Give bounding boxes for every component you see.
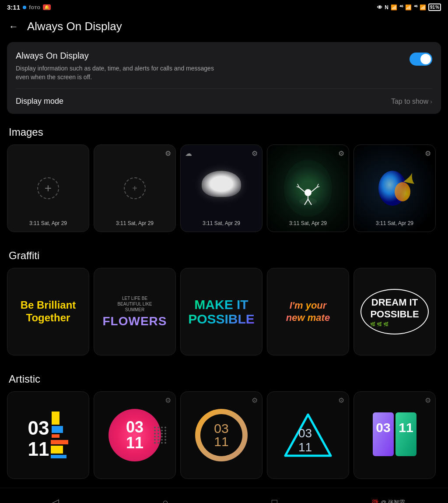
settings-card: Always On Display Display information su…	[7, 42, 441, 114]
svg-line-8	[312, 187, 317, 192]
art3-num1: 03	[214, 422, 228, 435]
add-image-button[interactable]: +	[37, 177, 59, 199]
display-mode-label: Display mode	[16, 97, 63, 106]
artistic-scroll-row[interactable]: 03 11 03 11	[0, 391, 448, 488]
artistic-card-3dframe[interactable]: ⚙ 03 11	[354, 391, 436, 479]
image-card-add[interactable]: + 3:11 Sat, Apr 29	[7, 144, 89, 232]
artistic-card-ring[interactable]: ⚙ 03 11	[180, 391, 262, 479]
watermark: 微 @ 张智霖	[372, 498, 405, 503]
triangle-svg: 03 11	[282, 411, 334, 459]
deer-visual	[284, 160, 332, 217]
art2-num1: 03	[126, 419, 144, 435]
art1-num2: 11	[28, 440, 49, 459]
weibo-icon: 微	[372, 498, 379, 503]
notification-icon: 🔔	[43, 4, 51, 10]
graffiti-card-5[interactable]: DREAM ITPOSSIBLE 🌿 🌿 🌿	[354, 268, 436, 355]
aod-setting-title: Always On Display	[16, 51, 226, 61]
graffiti-text-possible: MAKE ITPOSSIBLE	[188, 297, 255, 326]
graffiti-scroll-row[interactable]: Be BrilliantTogether LET LIFE BEBEAUTIFU…	[0, 268, 448, 364]
graffiti-section-title: Graffiti	[0, 241, 448, 268]
image-card-cloud[interactable]: ☁ ⚙ 3:11 Sat, Apr 29	[180, 144, 262, 232]
frame-svg: 03 11	[371, 408, 419, 461]
aod-setting-desc: Display information such as date, time, …	[16, 64, 226, 81]
artistic-card-circle[interactable]: 03 11 ⚙	[94, 391, 176, 479]
status-dot	[23, 6, 26, 9]
artistic-section-title: Artistic	[0, 364, 448, 391]
artistic-card-triangle[interactable]: ⚙ 03 11	[267, 391, 349, 479]
back-button[interactable]: ←	[9, 21, 18, 32]
eye-icon: 👁	[377, 4, 382, 11]
display-mode-value: Tap to show ›	[391, 98, 432, 106]
graffiti-card-3[interactable]: MAKE ITPOSSIBLE	[180, 268, 262, 355]
fish-visual	[373, 166, 416, 210]
time-display: 3:11	[7, 4, 20, 11]
images-section-title: Images	[0, 117, 448, 144]
art-circle-content: 03 11	[108, 409, 161, 461]
time-label-1: 3:11 Sat, Apr 29	[29, 220, 67, 226]
svg-text:03: 03	[376, 420, 390, 435]
gear-icon-art3[interactable]: ⚙	[252, 396, 258, 405]
art1-num1: 03	[28, 419, 49, 438]
gear-icon-2[interactable]: ⚙	[165, 149, 171, 158]
svg-text:03: 03	[298, 426, 312, 440]
gear-icon-3[interactable]: ⚙	[252, 149, 258, 158]
back-nav-button[interactable]: ◁	[43, 493, 68, 503]
art-ring-content: 03 11	[195, 409, 248, 461]
status-right: 👁 N 📶 ⁴⁶ 📶 ⁴⁶ 📶 91%	[377, 4, 441, 11]
image-card-deer[interactable]: ⚙ 3:11 Sat, Apr 29	[267, 144, 349, 232]
display-mode-row[interactable]: Display mode Tap to show ›	[7, 89, 441, 114]
graffiti-card-2[interactable]: LET LIFE BEBEAUTIFUL LIKESUMMER FLOWERS	[94, 268, 176, 355]
aod-toggle[interactable]	[410, 53, 432, 66]
signal-bars-2: 📶	[420, 4, 426, 11]
app-icon-fото: fото	[29, 4, 40, 11]
gear-icon-5[interactable]: ⚙	[425, 149, 431, 158]
time-label-5: 3:11 Sat, Apr 29	[376, 220, 413, 226]
aod-toggle-row: Always On Display Display information su…	[7, 42, 441, 88]
image-card-custom[interactable]: ⚙ + 3:11 Sat, Apr 29	[94, 144, 176, 232]
battery-indicator: 91%	[428, 4, 441, 11]
signal-bars-1: 📶	[405, 4, 412, 11]
graffiti-card-4[interactable]: I'm yournew mate	[267, 268, 349, 355]
cloud-visual	[202, 171, 241, 197]
signal-icon-2: ⁴⁶	[414, 4, 417, 10]
graffiti-text-dream: DREAM ITPOSSIBLE 🌿 🌿 🌿	[360, 289, 428, 334]
svg-line-5	[299, 187, 304, 192]
images-scroll-row[interactable]: + 3:11 Sat, Apr 29 ⚙ + 3:11 Sat, Apr 29 …	[0, 144, 448, 241]
art2-num2: 11	[126, 435, 144, 451]
gear-icon-4[interactable]: ⚙	[338, 149, 344, 158]
bottom-navigation: ◁ ○ □ 微 @ 张智霖	[0, 488, 448, 503]
svg-point-12	[395, 182, 410, 201]
gear-icon-art5[interactable]: ⚙	[425, 396, 431, 405]
art3-num2: 11	[214, 435, 228, 448]
art2-dots	[154, 427, 167, 444]
gear-icon-art2[interactable]: ⚙	[165, 396, 171, 405]
svg-text:11: 11	[298, 440, 312, 454]
art-blocks-content: 03 11	[24, 407, 73, 463]
time-label-3: 3:11 Sat, Apr 29	[203, 220, 240, 226]
page-header: ← Always On Display	[0, 13, 448, 42]
art-3dframe-content: 03 11	[371, 408, 419, 462]
time-label-2: 3:11 Sat, Apr 29	[116, 220, 154, 226]
gear-icon-art4[interactable]: ⚙	[338, 396, 344, 405]
graffiti-text-flowers: LET LIFE BEBEAUTIFUL LIKESUMMER FLOWERS	[103, 295, 167, 328]
graffiti-card-1[interactable]: Be BrilliantTogether	[7, 268, 89, 355]
art1-blocks	[52, 412, 63, 438]
nfc-icon: N	[385, 4, 388, 11]
recent-nav-button[interactable]: □	[263, 493, 286, 503]
artistic-card-blocks[interactable]: 03 11	[7, 391, 89, 479]
image-card-fish[interactable]: ⚙ 3:11 Sat, Apr 29	[354, 144, 436, 232]
aod-toggle-text: Always On Display Display information su…	[16, 51, 226, 81]
graffiti-text-brilliant: Be BrilliantTogether	[21, 299, 76, 324]
art1-blocks2	[51, 440, 68, 458]
wifi-icon: 📶	[391, 4, 397, 11]
home-nav-button[interactable]: ○	[154, 493, 177, 503]
status-bar: 3:11 fото 🔔 👁 N 📶 ⁴⁶ 📶 ⁴⁶ 📶 91%	[0, 0, 448, 13]
status-left: 3:11 fото 🔔	[7, 4, 51, 11]
svg-point-4	[304, 189, 312, 196]
signal-icon-1: ⁴⁶	[399, 4, 403, 10]
time-label-4: 3:11 Sat, Apr 29	[289, 220, 327, 226]
page-title: Always On Display	[27, 20, 122, 33]
upload-icon[interactable]: ☁	[185, 149, 192, 158]
graffiti-text-mate: I'm yournew mate	[286, 299, 330, 324]
svg-text:11: 11	[399, 420, 413, 435]
